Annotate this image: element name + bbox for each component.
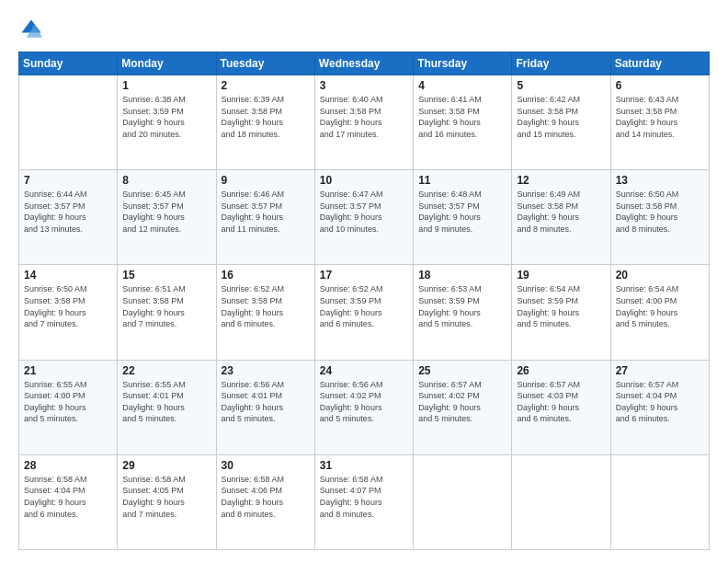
calendar-cell: 2Sunrise: 6:39 AM Sunset: 3:58 PM Daylig… <box>216 75 314 170</box>
day-info: Sunrise: 6:55 AM Sunset: 4:01 PM Dayligh… <box>122 379 210 425</box>
day-number: 23 <box>222 364 310 377</box>
weekday-header-saturday: Saturday <box>610 52 709 75</box>
day-number: 29 <box>122 459 210 472</box>
calendar-table: SundayMondayTuesdayWednesdayThursdayFrid… <box>18 52 710 550</box>
day-info: Sunrise: 6:57 AM Sunset: 4:02 PM Dayligh… <box>418 379 506 425</box>
calendar-cell: 23Sunrise: 6:56 AM Sunset: 4:01 PM Dayli… <box>216 360 314 454</box>
day-number: 19 <box>517 269 605 282</box>
calendar-week-1: 1Sunrise: 6:38 AM Sunset: 3:59 PM Daylig… <box>19 75 710 170</box>
weekday-header-tuesday: Tuesday <box>216 52 314 75</box>
day-info: Sunrise: 6:48 AM Sunset: 3:57 PM Dayligh… <box>418 189 506 235</box>
day-number: 15 <box>122 269 210 282</box>
calendar-cell: 8Sunrise: 6:45 AM Sunset: 3:57 PM Daylig… <box>118 170 216 265</box>
day-info: Sunrise: 6:55 AM Sunset: 4:00 PM Dayligh… <box>24 379 112 425</box>
calendar-cell: 5Sunrise: 6:42 AM Sunset: 3:58 PM Daylig… <box>512 75 610 170</box>
day-number: 2 <box>222 79 310 92</box>
day-info: Sunrise: 6:47 AM Sunset: 3:57 PM Dayligh… <box>320 189 408 235</box>
day-number: 21 <box>24 364 112 377</box>
day-number: 3 <box>320 79 408 92</box>
day-info: Sunrise: 6:40 AM Sunset: 3:58 PM Dayligh… <box>320 94 408 140</box>
calendar-cell: 3Sunrise: 6:40 AM Sunset: 3:58 PM Daylig… <box>314 75 413 170</box>
calendar-cell <box>512 454 610 549</box>
calendar-cell: 25Sunrise: 6:57 AM Sunset: 4:02 PM Dayli… <box>414 360 512 454</box>
weekday-header-wednesday: Wednesday <box>314 52 413 75</box>
day-number: 10 <box>320 174 408 187</box>
calendar-cell: 16Sunrise: 6:52 AM Sunset: 3:58 PM Dayli… <box>216 265 314 360</box>
day-number: 18 <box>418 269 506 282</box>
calendar-cell: 12Sunrise: 6:49 AM Sunset: 3:58 PM Dayli… <box>512 170 610 265</box>
day-number: 30 <box>222 459 310 472</box>
calendar-cell: 22Sunrise: 6:55 AM Sunset: 4:01 PM Dayli… <box>118 360 216 454</box>
day-info: Sunrise: 6:58 AM Sunset: 4:06 PM Dayligh… <box>222 474 310 520</box>
calendar-cell: 7Sunrise: 6:44 AM Sunset: 3:57 PM Daylig… <box>19 170 118 265</box>
day-info: Sunrise: 6:50 AM Sunset: 3:58 PM Dayligh… <box>616 189 704 235</box>
calendar-cell: 13Sunrise: 6:50 AM Sunset: 3:58 PM Dayli… <box>610 170 709 265</box>
day-number: 11 <box>418 174 506 187</box>
calendar-cell: 15Sunrise: 6:51 AM Sunset: 3:58 PM Dayli… <box>118 265 216 360</box>
day-info: Sunrise: 6:46 AM Sunset: 3:57 PM Dayligh… <box>222 189 310 235</box>
calendar-cell: 4Sunrise: 6:41 AM Sunset: 3:58 PM Daylig… <box>414 75 512 170</box>
calendar-cell: 14Sunrise: 6:50 AM Sunset: 3:58 PM Dayli… <box>19 265 118 360</box>
day-info: Sunrise: 6:58 AM Sunset: 4:04 PM Dayligh… <box>24 474 112 520</box>
day-info: Sunrise: 6:57 AM Sunset: 4:04 PM Dayligh… <box>616 379 704 425</box>
calendar-cell: 26Sunrise: 6:57 AM Sunset: 4:03 PM Dayli… <box>512 360 610 454</box>
day-number: 28 <box>24 459 112 472</box>
weekday-header-sunday: Sunday <box>19 52 118 75</box>
day-number: 12 <box>517 174 605 187</box>
weekday-header-friday: Friday <box>512 52 610 75</box>
day-info: Sunrise: 6:57 AM Sunset: 4:03 PM Dayligh… <box>517 379 605 425</box>
day-number: 20 <box>616 269 704 282</box>
day-number: 24 <box>320 364 408 377</box>
calendar-cell: 28Sunrise: 6:58 AM Sunset: 4:04 PM Dayli… <box>19 454 118 549</box>
calendar-cell: 31Sunrise: 6:58 AM Sunset: 4:07 PM Dayli… <box>314 454 413 549</box>
calendar-cell: 21Sunrise: 6:55 AM Sunset: 4:00 PM Dayli… <box>19 360 118 454</box>
day-info: Sunrise: 6:53 AM Sunset: 3:59 PM Dayligh… <box>418 283 506 329</box>
calendar-cell: 11Sunrise: 6:48 AM Sunset: 3:57 PM Dayli… <box>414 170 512 265</box>
day-number: 13 <box>616 174 704 187</box>
calendar-cell: 10Sunrise: 6:47 AM Sunset: 3:57 PM Dayli… <box>314 170 413 265</box>
day-number: 5 <box>517 79 605 92</box>
day-number: 8 <box>122 174 210 187</box>
day-info: Sunrise: 6:42 AM Sunset: 3:58 PM Dayligh… <box>517 94 605 140</box>
calendar-cell <box>610 454 709 549</box>
calendar-cell: 1Sunrise: 6:38 AM Sunset: 3:59 PM Daylig… <box>118 75 216 170</box>
day-info: Sunrise: 6:43 AM Sunset: 3:58 PM Dayligh… <box>616 94 704 140</box>
calendar-cell: 29Sunrise: 6:58 AM Sunset: 4:05 PM Dayli… <box>118 454 216 549</box>
day-info: Sunrise: 6:45 AM Sunset: 3:57 PM Dayligh… <box>122 189 210 235</box>
day-info: Sunrise: 6:58 AM Sunset: 4:05 PM Dayligh… <box>122 474 210 520</box>
day-info: Sunrise: 6:52 AM Sunset: 3:59 PM Dayligh… <box>320 283 408 329</box>
day-info: Sunrise: 6:52 AM Sunset: 3:58 PM Dayligh… <box>222 283 310 329</box>
day-info: Sunrise: 6:51 AM Sunset: 3:58 PM Dayligh… <box>122 283 210 329</box>
day-number: 25 <box>418 364 506 377</box>
day-info: Sunrise: 6:50 AM Sunset: 3:58 PM Dayligh… <box>24 283 112 329</box>
day-number: 16 <box>222 269 310 282</box>
day-number: 22 <box>122 364 210 377</box>
day-info: Sunrise: 6:54 AM Sunset: 4:00 PM Dayligh… <box>616 283 704 329</box>
day-info: Sunrise: 6:44 AM Sunset: 3:57 PM Dayligh… <box>24 189 112 235</box>
day-info: Sunrise: 6:39 AM Sunset: 3:58 PM Dayligh… <box>222 94 310 140</box>
day-info: Sunrise: 6:54 AM Sunset: 3:59 PM Dayligh… <box>517 283 605 329</box>
header <box>18 17 710 42</box>
day-number: 6 <box>616 79 704 92</box>
day-info: Sunrise: 6:41 AM Sunset: 3:58 PM Dayligh… <box>418 94 506 140</box>
day-number: 17 <box>320 269 408 282</box>
calendar-cell <box>19 75 118 170</box>
day-number: 31 <box>320 459 408 472</box>
page: SundayMondayTuesdayWednesdayThursdayFrid… <box>0 0 728 563</box>
calendar-cell: 9Sunrise: 6:46 AM Sunset: 3:57 PM Daylig… <box>216 170 314 265</box>
day-info: Sunrise: 6:56 AM Sunset: 4:02 PM Dayligh… <box>320 379 408 425</box>
day-number: 7 <box>24 174 112 187</box>
calendar-week-5: 28Sunrise: 6:58 AM Sunset: 4:04 PM Dayli… <box>19 454 710 549</box>
logo-icon <box>18 17 44 42</box>
day-number: 14 <box>24 269 112 282</box>
calendar-week-2: 7Sunrise: 6:44 AM Sunset: 3:57 PM Daylig… <box>19 170 710 265</box>
calendar-cell: 17Sunrise: 6:52 AM Sunset: 3:59 PM Dayli… <box>314 265 413 360</box>
logo <box>18 17 48 42</box>
calendar-cell: 18Sunrise: 6:53 AM Sunset: 3:59 PM Dayli… <box>414 265 512 360</box>
calendar-cell <box>414 454 512 549</box>
calendar-cell: 27Sunrise: 6:57 AM Sunset: 4:04 PM Dayli… <box>610 360 709 454</box>
calendar-week-4: 21Sunrise: 6:55 AM Sunset: 4:00 PM Dayli… <box>19 360 710 454</box>
calendar-cell: 6Sunrise: 6:43 AM Sunset: 3:58 PM Daylig… <box>610 75 709 170</box>
calendar-week-3: 14Sunrise: 6:50 AM Sunset: 3:58 PM Dayli… <box>19 265 710 360</box>
day-info: Sunrise: 6:38 AM Sunset: 3:59 PM Dayligh… <box>122 94 210 140</box>
